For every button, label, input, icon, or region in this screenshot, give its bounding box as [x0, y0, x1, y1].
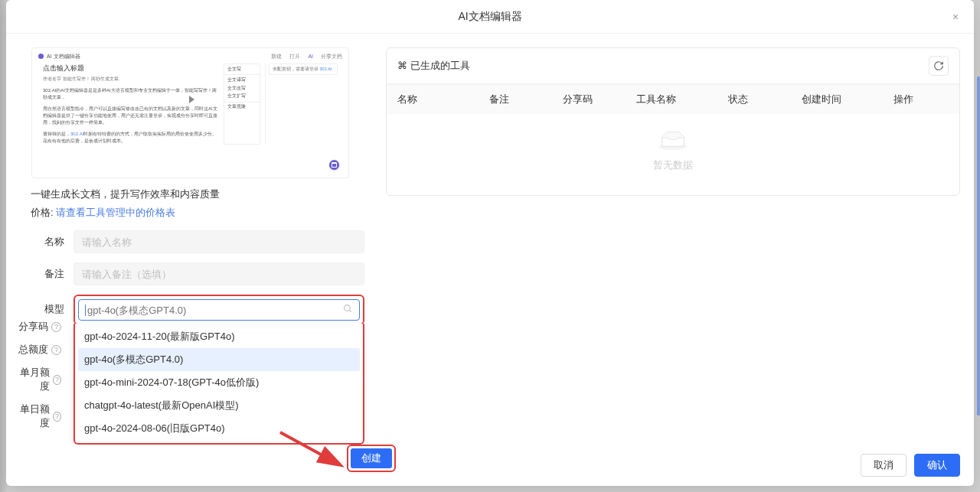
- right-accent: [977, 77, 980, 415]
- row-remark: 备注: [20, 262, 364, 285]
- preview-subtitle: 作者名字 智能生写作！ 两秒生成文章.: [43, 76, 219, 82]
- svg-point-0: [345, 305, 351, 311]
- preview-logo-icon: [38, 54, 44, 59]
- preview-paragraph-3: 值得得的是，302.AI时拥有特特费的的方式，用户取取实实际用的用价使使用多少分…: [43, 131, 219, 145]
- row-quota-month: 单月额度?: [17, 366, 361, 393]
- modal-title: AI文档编辑器: [458, 10, 521, 24]
- label-remark: 备注: [20, 267, 74, 281]
- modal-header: AI文档编辑器 ×: [6, 0, 974, 34]
- help-icon[interactable]: ?: [51, 345, 61, 355]
- generated-thead: 名称 备注 分享码 工具名称 状态 创建时间 操作: [387, 84, 959, 114]
- label-quota-day: 单日额度?: [17, 402, 70, 430]
- price-link[interactable]: 请查看工具管理中的价格表: [56, 207, 175, 218]
- row-quota-total: 总额度?: [17, 343, 361, 357]
- th-status: 状态: [728, 93, 802, 106]
- close-icon[interactable]: ×: [948, 9, 963, 24]
- svg-line-1: [349, 310, 351, 312]
- th-createtime: 创建时间: [802, 93, 893, 106]
- preview-nav: 新建 打开 AI 分享文档: [271, 53, 342, 60]
- modal-dialog: AI文档编辑器 × AI 文档编辑器 新建 打开 AI 分享文档: [6, 0, 974, 486]
- generated-card: ⌘ 已生成的工具 名称 备注 分享码 工具名称 状态 创建时间 操作: [386, 47, 960, 196]
- th-operation: 操作: [893, 93, 949, 106]
- help-icon[interactable]: ?: [51, 322, 61, 332]
- row-sharecode: 分享码?: [17, 320, 361, 334]
- label-model: 模型: [20, 295, 74, 316]
- name-input[interactable]: [74, 230, 364, 253]
- preview-title: 点击输入标题: [43, 64, 219, 73]
- left-column: AI 文档编辑器 新建 打开 AI 分享文档 点击输入标题 作者名字 智能生写作…: [20, 47, 364, 445]
- row-name: 名称: [20, 230, 364, 253]
- th-sharecode: 分享码: [563, 93, 636, 106]
- price-line: 价格: 请查看工具管理中的价格表: [20, 206, 364, 220]
- reload-button[interactable]: [929, 56, 949, 76]
- label-quota-month: 单月额度?: [17, 366, 70, 393]
- th-toolname: 工具名称: [636, 93, 728, 106]
- right-column: ⌘ 已生成的工具 名称 备注 分享码 工具名称 状态 创建时间 操作: [386, 47, 960, 445]
- tool-preview: AI 文档编辑器 新建 打开 AI 分享文档 点击输入标题 作者名字 智能生写作…: [31, 47, 349, 178]
- preview-side-card: 未配置钥，需要请登录 302.AI: [269, 64, 338, 76]
- row-quota-day: 单日额度?: [17, 402, 361, 430]
- help-icon[interactable]: ?: [53, 375, 61, 385]
- empty-icon: [658, 129, 688, 152]
- help-icon[interactable]: ?: [53, 412, 61, 422]
- model-search-input[interactable]: [87, 305, 343, 316]
- modal-body: AI 文档编辑器 新建 打开 AI 分享文档 点击输入标题 作者名字 智能生写作…: [6, 34, 974, 445]
- play-icon: [189, 96, 194, 103]
- create-button-highlight: 创建: [347, 445, 396, 472]
- reload-icon: [933, 60, 944, 71]
- model-option[interactable]: gpt-4o-2024-05-13(旧版GPT4o): [78, 440, 360, 445]
- modal-footer: 取消 确认: [6, 445, 974, 486]
- label-quota-total: 总额度?: [17, 343, 70, 357]
- chat-float-icon: [329, 160, 339, 170]
- generated-table: 名称 备注 分享码 工具名称 状态 创建时间 操作 暂无数据: [387, 84, 959, 195]
- confirm-button[interactable]: 确认: [914, 454, 960, 477]
- label-name: 名称: [20, 235, 74, 249]
- empty-text: 暂无数据: [387, 158, 959, 172]
- label-sharecode: 分享码?: [17, 320, 70, 334]
- price-label: 价格:: [31, 207, 54, 218]
- generated-header: ⌘ 已生成的工具: [387, 48, 959, 84]
- tool-description: 一键生成长文档，提升写作效率和内容质量: [20, 187, 364, 201]
- empty-state: 暂无数据: [387, 114, 959, 195]
- cancel-button[interactable]: 取消: [861, 454, 906, 477]
- create-button[interactable]: 创建: [351, 448, 392, 468]
- model-combobox[interactable]: [78, 299, 360, 321]
- preview-paragraph-2: 用自然语言模型指令，用户可以直接编写修改改已有的文档以及新的文章，同时这AI文档…: [43, 106, 219, 126]
- preview-context-menu: 全文写 全文译写 全文改写 全文扩写 文章克隆: [224, 64, 260, 145]
- search-icon: [343, 304, 353, 316]
- remark-input[interactable]: [74, 262, 364, 285]
- text-cursor: [85, 305, 86, 316]
- th-remark: 备注: [489, 93, 563, 106]
- th-name: 名称: [397, 93, 489, 106]
- generated-title: ⌘ 已生成的工具: [397, 59, 470, 73]
- preview-app-name: AI 文档编辑器: [47, 53, 80, 60]
